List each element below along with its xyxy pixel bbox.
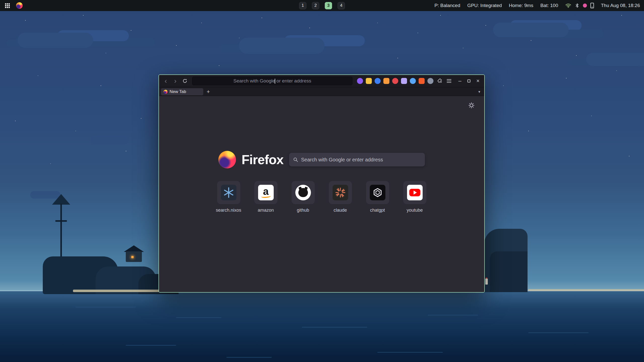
- extension-icon-3[interactable]: [375, 78, 381, 84]
- hut-light: [131, 256, 134, 258]
- address-input[interactable]: [192, 77, 352, 85]
- reload-button[interactable]: [181, 77, 189, 85]
- sea-streak: [302, 327, 367, 328]
- new-tab-button[interactable]: +: [205, 88, 212, 95]
- shortcut-github[interactable]: github: [291, 181, 315, 213]
- address-bar[interactable]: [192, 77, 352, 85]
- personalize-button[interactable]: [468, 102, 475, 109]
- extension-icon-8[interactable]: [419, 78, 425, 84]
- status-bar: 1 2 3 4 P: Balanced GPU: Integrated Home…: [0, 0, 644, 11]
- shortcut-label: youtube: [407, 208, 423, 213]
- shortcut-label: search.nixos: [216, 208, 241, 213]
- newtab-hero: Firefox: [159, 151, 484, 168]
- bluetooth-icon[interactable]: [575, 3, 579, 8]
- shortcut-amazon[interactable]: a amazon: [254, 181, 278, 213]
- sea-streak: [75, 307, 136, 307]
- extension-icon-2[interactable]: [366, 78, 372, 84]
- shortcut-tile[interactable]: [403, 181, 426, 204]
- watchtower-roof: [52, 194, 70, 205]
- taskbar-left: [4, 2, 23, 9]
- shortcut-label: amazon: [258, 208, 274, 213]
- hamburger-icon: [447, 81, 451, 81]
- plus-icon: +: [207, 88, 210, 95]
- gear-icon: [468, 102, 475, 109]
- battery-status: Bat: 100: [540, 3, 558, 8]
- workspace-1[interactable]: 1: [299, 2, 306, 9]
- cloud: [18, 33, 93, 48]
- maximize-button[interactable]: [465, 77, 473, 85]
- extensions-button[interactable]: [436, 77, 444, 85]
- sea-streak: [126, 345, 176, 346]
- lighthouse: [485, 279, 488, 285]
- wifi-icon[interactable]: [565, 3, 571, 8]
- island-right: [484, 219, 530, 292]
- extension-icon-1[interactable]: [357, 78, 363, 84]
- shortcut-label: chatgpt: [370, 208, 385, 213]
- reload-icon: [182, 78, 187, 83]
- text-cursor: [275, 79, 275, 84]
- latency-status: Home: 9ms: [509, 3, 533, 8]
- nixos-icon: [221, 185, 236, 200]
- shortcut-tile[interactable]: [329, 181, 352, 204]
- firefox-taskbar-icon[interactable]: [16, 2, 23, 9]
- shortcut-tile[interactable]: [292, 181, 315, 204]
- close-icon: ×: [476, 78, 480, 84]
- minimize-button[interactable]: –: [456, 77, 464, 85]
- newtab-search[interactable]: [289, 153, 425, 166]
- watchtower-platform: [55, 220, 67, 222]
- extension-icon-9[interactable]: [427, 78, 433, 84]
- claude-icon: [333, 185, 348, 200]
- shortcut-chatgpt[interactable]: chatgpt: [366, 181, 390, 213]
- cloud: [493, 23, 569, 37]
- extension-icon-4[interactable]: [383, 78, 389, 84]
- status-dot-icon[interactable]: [583, 4, 587, 8]
- workspace-2[interactable]: 2: [312, 2, 319, 9]
- extension-icon-7[interactable]: [410, 78, 416, 84]
- puzzle-icon: [437, 78, 442, 83]
- maximize-icon: [467, 79, 470, 82]
- shortcut-label: github: [297, 208, 309, 213]
- beach: [528, 289, 644, 291]
- sea-streak: [377, 352, 443, 353]
- wallpaper-sea: [0, 291, 644, 362]
- firefox-wordmark: Firefox: [242, 152, 283, 167]
- menu-button[interactable]: [445, 77, 453, 85]
- shortcut-tile[interactable]: [366, 181, 389, 204]
- taskbar-right: P: Balanced GPU: Integrated Home: 9ms Ba…: [434, 3, 640, 8]
- power-profile-status: P: Balanced: [434, 3, 460, 8]
- tab-bar: New Tab + ▾: [159, 87, 484, 96]
- back-button[interactable]: ‹: [162, 77, 170, 85]
- extension-icon-6[interactable]: [401, 78, 407, 84]
- desktop: 1 2 3 4 P: Balanced GPU: Integrated Home…: [0, 0, 644, 362]
- browser-toolbar: ‹ ›: [159, 75, 484, 87]
- sea-streak: [428, 315, 478, 315]
- sea-streak: [176, 317, 221, 318]
- forward-button[interactable]: ›: [171, 77, 180, 85]
- newtab-search-input[interactable]: [301, 157, 421, 163]
- tray-icons: [565, 3, 594, 8]
- shortcut-label: claude: [334, 208, 347, 213]
- shortcut-claude[interactable]: claude: [328, 181, 352, 213]
- chevron-down-icon: ▾: [478, 89, 480, 94]
- tab-title: New Tab: [170, 89, 186, 94]
- cloud: [239, 38, 325, 54]
- shortcut-tile[interactable]: a: [254, 181, 277, 204]
- close-button[interactable]: ×: [474, 77, 482, 85]
- youtube-icon: [407, 185, 423, 200]
- shortcut-grid: search.nixos a amazon: [159, 181, 484, 213]
- workspace-4[interactable]: 4: [338, 2, 345, 9]
- cloud: [91, 136, 128, 144]
- hut: [126, 251, 142, 262]
- extension-icon-5[interactable]: [392, 78, 398, 84]
- shortcut-search-nixos[interactable]: search.nixos: [217, 181, 241, 213]
- workspace-3-active[interactable]: 3: [325, 2, 332, 9]
- shortcut-tile[interactable]: [217, 181, 240, 204]
- app-launcher-icon[interactable]: [5, 3, 10, 8]
- tab-new-tab[interactable]: New Tab: [161, 88, 203, 95]
- tab-list-button[interactable]: ▾: [476, 89, 482, 94]
- window-controls: – ×: [456, 77, 482, 85]
- search-icon: [293, 157, 298, 162]
- hut-roof: [124, 245, 144, 252]
- shortcut-youtube[interactable]: youtube: [403, 181, 427, 213]
- device-icon[interactable]: [590, 3, 594, 8]
